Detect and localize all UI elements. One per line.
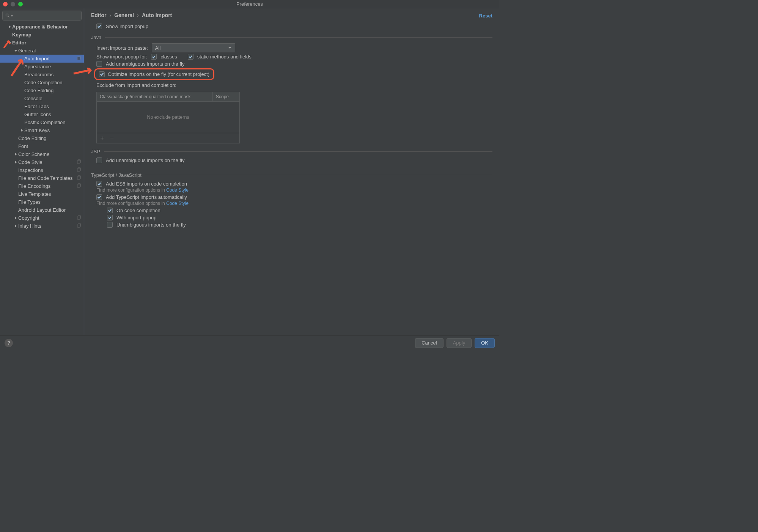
sidebar-item-label: File Types [18,199,41,205]
optimize-checkbox[interactable] [99,71,105,77]
es6-checkbox[interactable] [96,181,102,187]
ts-auto-checkbox[interactable] [96,194,102,200]
sidebar-item-label: Editor Tabs [24,104,49,109]
sidebar-item-breadcrumbs[interactable]: Breadcrumbs [0,71,84,79]
sidebar-item-copyright[interactable]: Copyright [0,214,84,222]
add-unambiguous-row[interactable]: Add unambiguous imports on the fly [91,61,492,67]
breadcrumb-general[interactable]: General [114,12,134,18]
sidebar-item-label: Postfix Completion [24,120,65,125]
sidebar-item-file-and-code-templates[interactable]: File and Code Templates [0,174,84,182]
copy-icon [77,215,82,221]
with-popup-checkbox[interactable] [107,215,113,220]
ts-auto-row[interactable]: Add TypeScript imports automatically [91,194,492,200]
es6-row[interactable]: Add ES6 imports on code completion [91,181,492,187]
sidebar-item-label: File Encodings [18,183,50,189]
sidebar-item-postfix-completion[interactable]: Postfix Completion [0,118,84,126]
sidebar-item-label: Code Editing [18,135,46,141]
sidebar-item-gutter-icons[interactable]: Gutter Icons [0,110,84,118]
exclude-col-scope: Scope [213,92,239,101]
search-input[interactable]: ▾ [2,11,82,20]
svg-rect-3 [77,161,80,164]
sidebar-item-label: Gutter Icons [24,112,51,117]
code-style-link[interactable]: Code Style [166,201,189,206]
sidebar-item-label: General [18,48,36,54]
svg-rect-1 [77,57,80,60]
sidebar-item-inlay-hints[interactable]: Inlay Hints [0,222,84,230]
copy-icon [77,167,82,173]
jsp-unambiguous-checkbox[interactable] [96,157,102,163]
sidebar-item-console[interactable]: Console [0,94,84,102]
ts-unambiguous-checkbox[interactable] [107,222,113,228]
insert-imports-select[interactable]: All [152,43,235,52]
ts-unambiguous-row[interactable]: Unambiguous imports on the fly [91,222,492,228]
chevron-right-icon [13,161,18,164]
sidebar-item-color-scheme[interactable]: Color Scheme [0,150,84,158]
on-completion-checkbox[interactable] [107,208,113,213]
with-popup-row[interactable]: With import popup [91,215,492,220]
sidebar-item-file-types[interactable]: File Types [0,198,84,206]
chevron-right-icon: › [137,12,139,18]
sidebar-item-label: Inspections [18,167,43,173]
chevron-right-icon [7,25,12,28]
chevron-down-icon [13,49,18,52]
show-import-popup-row[interactable]: Show import popup [91,24,492,29]
reset-link[interactable]: Reset [479,13,492,19]
sidebar-item-appearance[interactable]: Appearance [0,63,84,71]
sidebar-item-code-folding[interactable]: Code Folding [0,87,84,94]
sidebar-item-auto-import[interactable]: Auto Import [0,55,84,63]
apply-button[interactable]: Apply [447,338,472,348]
svg-rect-9 [77,184,80,188]
sidebar-item-appearance-behavior[interactable]: Appearance & Behavior [0,23,84,31]
sidebar-item-label: Editor [12,40,27,46]
classes-checkbox[interactable] [151,54,157,60]
popup-for-label: Show import popup for: [96,54,147,60]
code-style-link[interactable]: Code Style [166,187,189,193]
chevron-right-icon [19,129,24,132]
static-checkbox[interactable] [188,54,193,60]
sidebar-item-code-editing[interactable]: Code Editing [0,134,84,142]
sidebar-item-label: Live Templates [18,191,51,197]
sidebar-item-keymap[interactable]: Keymap [0,31,84,39]
sidebar-item-code-style[interactable]: Code Style [0,158,84,166]
sidebar-item-android-layout-editor[interactable]: Android Layout Editor [0,206,84,214]
sidebar-item-live-templates[interactable]: Live Templates [0,190,84,198]
sidebar-item-general[interactable]: General [0,47,84,55]
zoom-window-icon[interactable] [18,2,23,6]
remove-button[interactable]: − [109,135,115,142]
copy-icon [77,159,82,165]
sidebar-item-editor[interactable]: Editor [0,39,84,47]
sidebar-item-smart-keys[interactable]: Smart Keys [0,126,84,134]
add-button[interactable]: + [99,135,105,142]
exclude-empty-text: No exclude patterns [97,102,239,133]
unambiguous-checkbox[interactable] [96,61,102,67]
main-panel: Editor › General › Auto Import Reset Sho… [84,8,499,335]
jsp-unambiguous-row[interactable]: Add unambiguous imports on the fly [91,157,492,163]
window-controls[interactable] [3,2,23,6]
cancel-button[interactable]: Cancel [415,338,443,348]
breadcrumb-editor[interactable]: Editor [91,12,106,18]
sidebar-item-label: Console [24,96,42,101]
es6-hint: Find more configuration options in Code … [91,187,492,193]
settings-tree[interactable]: Appearance & BehaviorKeymapEditorGeneral… [0,23,84,230]
sidebar-item-label: Appearance & Behavior [12,24,68,30]
jsp-section-header: JSP [91,149,492,154]
sidebar-item-label: Auto Import [24,56,50,61]
ok-button[interactable]: OK [475,338,495,348]
svg-rect-13 [77,224,80,228]
help-button[interactable]: ? [5,339,13,347]
sidebar-item-label: Android Layout Editor [18,207,66,213]
close-window-icon[interactable] [3,2,8,6]
sidebar-item-font[interactable]: Font [0,142,84,150]
sidebar-item-editor-tabs[interactable]: Editor Tabs [0,102,84,110]
exclude-table[interactable]: Class/package/member qualified name mask… [96,92,240,143]
sidebar-item-file-encodings[interactable]: File Encodings [0,182,84,190]
sidebar-item-label: Copyright [18,215,39,221]
copy-icon [77,183,82,189]
optimize-imports-highlighted[interactable]: Optimize imports on the fly (for current… [94,68,214,80]
checkbox-checked-icon[interactable] [96,24,102,29]
on-completion-row[interactable]: On code completion [91,208,492,213]
sidebar-item-label: Code Folding [24,88,53,93]
sidebar: ▾ Appearance & BehaviorKeymapEditorGener… [0,8,84,335]
sidebar-item-inspections[interactable]: Inspections [0,166,84,174]
sidebar-item-code-completion[interactable]: Code Completion [0,79,84,87]
